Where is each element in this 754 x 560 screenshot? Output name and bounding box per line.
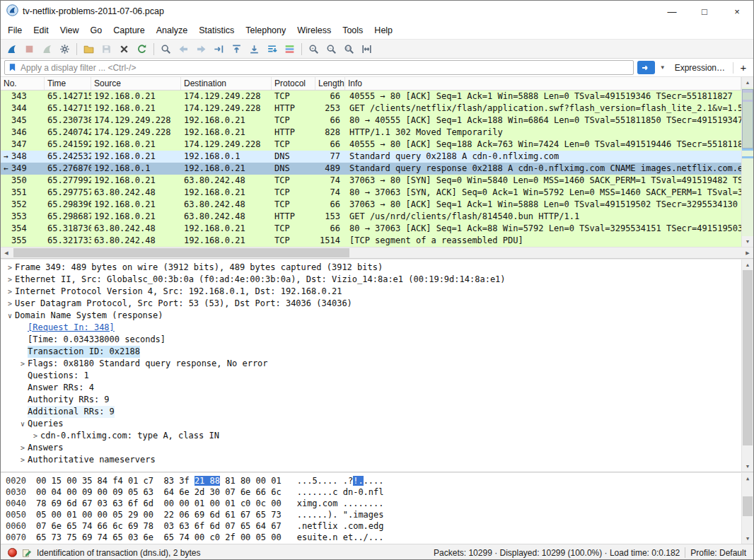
scroll-right-icon[interactable]: ▶ — [742, 250, 753, 256]
hex-row[interactable]: 003000 04 00 09 00 09 05 63 64 6e 2d 30 … — [6, 486, 741, 498]
reload-file-icon[interactable] — [134, 41, 150, 57]
start-capture-icon[interactable] — [4, 41, 20, 57]
close-button[interactable]: × — [721, 1, 753, 22]
scroll-up-icon[interactable]: ▲ — [742, 77, 753, 88]
menu-item-wireless[interactable]: Wireless — [291, 23, 337, 38]
zoom-100-icon[interactable]: 1:1 — [341, 41, 357, 57]
detail-line[interactable]: >Answers — [1, 442, 741, 454]
detail-line[interactable]: >Flags: 0x8180 Standard query response, … — [1, 358, 741, 370]
expander-icon[interactable]: ∨ — [5, 310, 15, 322]
minimize-button[interactable]: — — [656, 1, 688, 22]
column-header-protocol[interactable]: Protocol — [272, 77, 315, 90]
packet-row[interactable]: 35165.29775763.80.242.48192.168.0.21TCP7… — [1, 187, 741, 199]
vscrollbar-thumb[interactable] — [743, 270, 753, 445]
restart-capture-icon[interactable] — [39, 41, 55, 57]
hscrollbar-track[interactable] — [12, 247, 742, 258]
hscrollbar-thumb[interactable] — [13, 248, 349, 257]
packet-list-minimap[interactable] — [742, 88, 753, 236]
packet-row[interactable]: 35265.298396192.168.0.2163.80.242.48TCP6… — [1, 199, 741, 211]
expander-icon[interactable]: > — [5, 286, 15, 298]
hex-row[interactable]: 006007 6e 65 74 66 6c 69 78 03 63 6f 6d … — [6, 520, 741, 532]
packet-row[interactable]: 34365.142715192.168.0.21174.129.249.228T… — [1, 91, 741, 103]
column-header-destination[interactable]: Destination — [181, 77, 272, 90]
detail-line[interactable]: ∨Domain Name System (response) — [1, 310, 741, 322]
packet-row[interactable]: 34565.230738174.129.249.228192.168.0.21T… — [1, 115, 741, 127]
expander-icon[interactable]: > — [5, 274, 15, 286]
detail-line[interactable]: Transaction ID: 0x2188 — [1, 346, 741, 358]
details-vscrollbar[interactable]: ▲ ▼ — [741, 259, 753, 472]
find-packet-icon[interactable] — [158, 41, 174, 57]
detail-line[interactable]: >User Datagram Protocol, Src Port: 53 (5… — [1, 298, 741, 310]
profile-text[interactable]: Profile: Default — [690, 548, 746, 558]
column-header-length[interactable]: Length — [315, 77, 345, 90]
hex-scroll-track[interactable] — [742, 484, 753, 533]
detail-line[interactable]: ∨Queries — [1, 418, 741, 430]
expander-icon[interactable]: > — [18, 442, 28, 454]
auto-scroll-icon[interactable] — [264, 41, 280, 57]
hex-vscrollbar[interactable]: ▲ ▼ — [741, 473, 753, 544]
packet-row[interactable]: 35465.31873063.80.242.48192.168.0.21TCP6… — [1, 223, 741, 235]
filter-apply-button[interactable] — [637, 61, 655, 74]
scroll-down-icon[interactable]: ▼ — [742, 236, 753, 247]
stop-capture-icon[interactable] — [21, 41, 37, 57]
packet-list-vscrollbar[interactable]: ▲ ▼ — [741, 77, 753, 247]
menu-item-statistics[interactable]: Statistics — [193, 23, 240, 38]
column-header-no[interactable]: No. — [1, 77, 45, 90]
filter-apply-dropdown-icon[interactable]: ▼ — [659, 64, 667, 71]
menu-item-go[interactable]: Go — [85, 23, 108, 38]
menu-item-help[interactable]: Help — [369, 23, 398, 38]
expander-icon[interactable]: > — [18, 358, 28, 370]
go-last-packet-icon[interactable] — [246, 41, 262, 57]
capture-comment-icon[interactable] — [22, 548, 32, 558]
zoom-out-icon[interactable]: − — [323, 41, 340, 57]
packet-row[interactable]: 34465.142715192.168.0.21174.129.249.228H… — [1, 103, 741, 115]
open-file-icon[interactable] — [81, 41, 97, 57]
zoom-in-icon[interactable]: + — [306, 41, 322, 57]
packet-row[interactable]: ←34965.276870192.168.0.1192.168.0.21DNS4… — [1, 163, 741, 175]
go-forward-icon[interactable] — [193, 41, 209, 57]
scroll-up-icon[interactable]: ▲ — [742, 259, 753, 270]
detail-line[interactable]: >Ethernet II, Src: Globalsc_00:3b:0a (f0… — [1, 274, 741, 286]
column-header-info[interactable]: Info — [345, 77, 741, 90]
close-file-icon[interactable] — [116, 41, 132, 57]
expander-icon[interactable]: > — [5, 262, 15, 274]
details-scroll-track[interactable] — [742, 270, 753, 461]
expander-icon[interactable]: > — [18, 454, 28, 466]
expander-icon[interactable]: ∨ — [18, 418, 28, 430]
detail-line[interactable]: >Internet Protocol Version 4, Src: 192.1… — [1, 286, 741, 298]
packet-list-hscrollbar[interactable]: ◀ ▶ — [1, 247, 753, 258]
detail-line[interactable]: >cdn-0.nflximg.com: type A, class IN — [1, 430, 741, 442]
detail-line[interactable]: Additional RRs: 9 — [1, 406, 741, 418]
filter-bookmark-icon[interactable] — [8, 63, 17, 72]
hex-row[interactable]: 002000 15 00 35 84 f4 01 c7 83 3f 21 88 … — [6, 475, 741, 486]
expander-icon[interactable]: > — [30, 430, 40, 442]
menu-item-edit[interactable]: Edit — [28, 23, 54, 38]
detail-line[interactable]: [Request In: 348] — [1, 322, 741, 334]
column-header-time[interactable]: Time — [45, 77, 91, 90]
packet-row[interactable]: 35365.298687192.168.0.2163.80.242.48HTTP… — [1, 211, 741, 223]
menu-item-telephony[interactable]: Telephony — [240, 23, 291, 38]
scroll-down-icon[interactable]: ▼ — [742, 461, 753, 472]
go-to-packet-icon[interactable] — [211, 41, 227, 57]
hex-row[interactable]: 004078 69 6d 67 03 63 6f 6d 00 00 01 00 … — [6, 498, 741, 509]
expression-button[interactable]: Expression… — [671, 63, 729, 73]
detail-line[interactable]: >Frame 349: 489 bytes on wire (3912 bits… — [1, 262, 741, 274]
expander-icon[interactable]: > — [5, 298, 15, 310]
packet-row[interactable]: 35565.32173363.80.242.48192.168.0.21TCP1… — [1, 235, 741, 247]
capture-options-icon[interactable] — [57, 41, 73, 57]
menu-item-file[interactable]: File — [2, 23, 28, 38]
vscrollbar-thumb[interactable] — [743, 496, 753, 516]
resize-columns-icon[interactable] — [359, 41, 375, 57]
save-file-icon[interactable] — [98, 41, 115, 57]
vscrollbar-thumb[interactable] — [742, 89, 753, 148]
packet-row[interactable]: 35065.277992192.168.0.2163.80.242.48TCP7… — [1, 175, 741, 187]
colorize-packets-icon[interactable] — [282, 41, 298, 57]
detail-line[interactable]: [Time: 0.034338000 seconds] — [1, 334, 741, 346]
hex-row[interactable]: 007065 73 75 69 74 65 03 6e 65 74 00 c0 … — [6, 532, 741, 543]
packet-row[interactable]: 34665.240742174.129.249.228192.168.0.21H… — [1, 127, 741, 139]
hex-row[interactable]: 005005 00 01 00 00 05 29 00 22 06 69 6d … — [6, 509, 741, 520]
filter-add-button[interactable]: + — [737, 62, 750, 74]
scroll-down-icon[interactable]: ▼ — [742, 533, 753, 544]
menu-item-tools[interactable]: Tools — [337, 23, 369, 38]
menu-item-capture[interactable]: Capture — [108, 23, 150, 38]
